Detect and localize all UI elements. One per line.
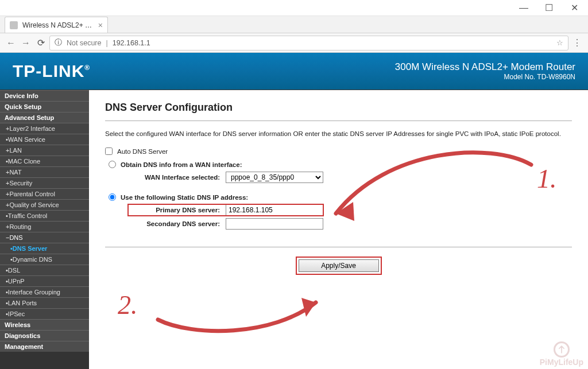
dns-mode-wan-radio[interactable]	[109, 161, 116, 168]
sidebar-item[interactable]: Device Info	[0, 90, 89, 101]
sidebar-item[interactable]: •DNS Server	[0, 243, 89, 254]
wan-interface-label: WAN Interface selected:	[128, 174, 226, 181]
secondary-dns-input[interactable]	[226, 218, 323, 230]
brand-logo: TP-LINK®	[13, 61, 90, 81]
divider	[105, 247, 572, 247]
router-banner: TP-LINK® 300M Wireless N ADSL2+ Modem Ro…	[0, 53, 588, 90]
nav-reload-button[interactable]: ⟳	[34, 37, 47, 49]
tab-close-icon[interactable]: ×	[98, 21, 103, 29]
url-text: 192.168.1.1	[113, 39, 150, 47]
page-description: Select the configured WAN interface for …	[105, 130, 572, 137]
sidebar-item[interactable]: +Quality of Service	[0, 199, 89, 210]
sidebar-item[interactable]: +NAT	[0, 166, 89, 177]
browser-toolbar: ← → ⟳ ⓘ Not secure | 192.168.1.1 ☆ ⋮	[0, 33, 588, 53]
window-close-button[interactable]: ✕	[562, 1, 587, 15]
sidebar-item[interactable]: −DNS	[0, 232, 89, 243]
tab-title: Wireless N ADSL2+ Mod…	[22, 21, 94, 29]
tab-favicon	[10, 21, 18, 29]
main-content: DNS Server Configuration Select the conf…	[89, 90, 588, 369]
sidebar-item[interactable]: Diagnostics	[0, 330, 89, 341]
primary-dns-label: Primary DNS server:	[128, 207, 226, 213]
auto-dns-checkbox[interactable]	[105, 147, 113, 155]
bookmark-star-icon[interactable]: ☆	[556, 38, 563, 47]
sidebar-item[interactable]: •Traffic Control	[0, 210, 89, 221]
apply-save-button[interactable]: Apply/Save	[299, 259, 379, 272]
nav-sidebar: Device InfoQuick SetupAdvanced Setup+Lay…	[0, 90, 89, 369]
info-icon: ⓘ	[55, 38, 62, 48]
sidebar-item[interactable]: •MAC Clone	[0, 156, 89, 166]
sidebar-item[interactable]: +Parental Control	[0, 188, 89, 199]
sidebar-item[interactable]: +Routing	[0, 221, 89, 232]
nav-back-button[interactable]: ←	[5, 37, 17, 49]
sidebar-item[interactable]: •IPSec	[0, 308, 89, 319]
sidebar-item[interactable]: Wireless	[0, 319, 89, 330]
sidebar-item[interactable]: •LAN Ports	[0, 297, 89, 308]
sidebar-item[interactable]: +Security	[0, 177, 89, 188]
apply-button-highlight: Apply/Save	[296, 257, 382, 275]
sidebar-item[interactable]: Advanced Setup	[0, 112, 89, 123]
nav-forward-button[interactable]: →	[20, 37, 32, 49]
svg-text:2.: 2.	[118, 290, 138, 320]
browser-tab[interactable]: Wireless N ADSL2+ Mod… ×	[5, 17, 108, 33]
dns-mode-static-radio[interactable]	[109, 193, 116, 201]
address-bar[interactable]: ⓘ Not secure | 192.168.1.1 ☆	[49, 36, 568, 51]
primary-dns-input[interactable]	[226, 204, 323, 216]
divider	[105, 121, 572, 121]
sidebar-item[interactable]: Quick Setup	[0, 101, 89, 112]
browser-menu-button[interactable]: ⋮	[571, 37, 583, 49]
window-titlebar: ― ☐ ✕	[0, 0, 588, 16]
product-name: 300M Wireless N ADSL2+ Modem Router	[395, 61, 575, 73]
page-title: DNS Server Configuration	[105, 102, 572, 114]
sidebar-item[interactable]: •DSL	[0, 265, 89, 275]
window-minimize-button[interactable]: ―	[511, 1, 536, 15]
sidebar-item[interactable]: •UPnP	[0, 275, 89, 286]
sidebar-item[interactable]: +Layer2 Interface	[0, 123, 89, 134]
browser-tabstrip: Wireless N ADSL2+ Mod… ×	[0, 16, 588, 33]
auto-dns-label: Auto DNS Server	[117, 148, 168, 155]
wan-interface-select[interactable]: pppoe_0_8_35/ppp0	[226, 172, 323, 183]
secondary-dns-label: Secondary DNS server:	[128, 220, 226, 227]
svg-marker-2	[301, 298, 316, 317]
sidebar-item[interactable]: +LAN	[0, 145, 89, 156]
sidebar-item[interactable]: •Dynamic DNS	[0, 254, 89, 265]
model-number: Model No. TD-W8960N	[395, 73, 575, 81]
sidebar-item[interactable]: Management	[0, 341, 89, 352]
sidebar-item[interactable]: •WAN Service	[0, 134, 89, 145]
security-badge: Not secure	[67, 39, 101, 47]
watermark: PiMyLifeUp	[540, 341, 583, 367]
dns-mode-wan-label: Obtain DNS info from a WAN interface:	[121, 161, 242, 168]
window-maximize-button[interactable]: ☐	[536, 1, 562, 15]
sidebar-item[interactable]: •Interface Grouping	[0, 286, 89, 297]
dns-mode-static-label: Use the following Static DNS IP address:	[121, 194, 248, 201]
